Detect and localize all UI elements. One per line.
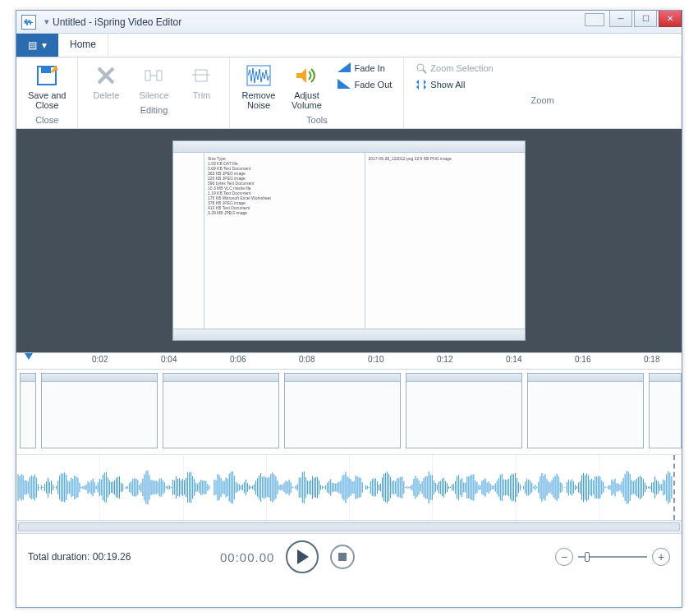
svg-marker-11 — [296, 68, 306, 83]
delete-icon — [93, 62, 119, 89]
chevron-down-icon: ▾ — [42, 39, 47, 51]
window-title: Untitled - iSpring Video Editor — [53, 16, 585, 28]
zoom-slider-knob[interactable] — [585, 552, 590, 562]
svg-marker-16 — [25, 353, 33, 360]
ruler-tick: 0:04 — [161, 355, 177, 364]
svg-marker-411 — [297, 549, 309, 564]
ruler-tick: 0:18 — [644, 355, 659, 364]
stop-button[interactable] — [330, 545, 355, 569]
zoom-slider[interactable] — [578, 556, 647, 558]
svg-rect-1 — [41, 67, 51, 73]
delete-button[interactable]: Delete — [86, 61, 126, 102]
ruler-tick: 0:10 — [368, 355, 383, 364]
group-tools: Remove Noise Adjust Volume Fade In Fade … — [230, 57, 404, 128]
fade-in-icon — [338, 62, 351, 74]
play-icon — [296, 549, 309, 564]
save-and-close-button[interactable]: Save and Close — [25, 61, 69, 112]
show-all-icon — [416, 79, 427, 90]
waveform-icon — [16, 455, 682, 520]
thumbnail — [406, 373, 522, 448]
tab-home[interactable]: Home — [58, 34, 108, 57]
stop-icon — [338, 553, 347, 561]
zoom-in-button[interactable]: + — [652, 548, 670, 566]
svg-marker-13 — [338, 79, 351, 89]
preview-area: Size Type1.03 KB DAT file3.69 KB Text Do… — [16, 129, 682, 352]
svg-rect-6 — [157, 71, 162, 80]
quickaccess-sep-icon: ▾ — [44, 16, 49, 27]
svg-rect-412 — [338, 553, 347, 561]
group-editing: Delete Silence Trim Editing — [78, 57, 230, 128]
ruler-tick: 0:06 — [230, 355, 246, 364]
save-icon — [34, 62, 60, 89]
zoom-selection-icon — [416, 62, 427, 74]
thumbnail — [41, 373, 158, 448]
fade-in-button[interactable]: Fade In — [334, 61, 395, 76]
time-ruler[interactable]: 0:020:040:060:080:100:120:140:160:18 — [16, 353, 682, 370]
group-tools-label: Tools — [306, 112, 328, 126]
ruler-tick: 0:12 — [437, 355, 452, 364]
ruler-tick: 0:16 — [575, 355, 590, 364]
show-all-button[interactable]: Show All — [412, 77, 496, 92]
svg-rect-5 — [145, 71, 150, 80]
clip-end-marker — [673, 455, 675, 520]
minimize-button[interactable]: ─ — [609, 11, 632, 27]
close-button[interactable]: ✕ — [659, 11, 682, 27]
ribbon: Save and Close Close Delete Silence Trim — [16, 57, 682, 129]
thumbnail — [163, 373, 279, 448]
maximize-button[interactable]: ☐ — [634, 11, 657, 27]
scrollbar-thumb[interactable] — [18, 522, 680, 531]
svg-point-14 — [417, 64, 424, 71]
video-preview-frame: Size Type1.03 KB DAT file3.69 KB Text Do… — [172, 140, 526, 341]
total-duration: Total duration: 00:19.26 — [28, 551, 209, 563]
trim-icon — [188, 62, 214, 89]
app-icon — [21, 15, 36, 30]
thumbnail — [649, 373, 682, 448]
fade-out-button[interactable]: Fade Out — [334, 77, 395, 92]
play-button[interactable] — [286, 540, 319, 573]
waveform-track[interactable] — [16, 455, 682, 521]
trim-button[interactable]: Trim — [181, 61, 221, 102]
file-menu-icon: ▤ — [28, 39, 37, 51]
noise-icon — [246, 62, 272, 89]
thumbnail — [284, 373, 401, 448]
silence-icon — [140, 62, 167, 89]
group-close: Save and Close Close — [16, 57, 78, 128]
timeline-scrollbar[interactable] — [16, 521, 682, 534]
group-zoom: Zoom Selection Show All Zoom — [404, 57, 682, 128]
thumbnail — [20, 373, 36, 448]
app-window: ▾ Untitled - iSpring Video Editor ─ ☐ ✕ … — [16, 10, 682, 608]
ruler-tick: 0:02 — [92, 355, 108, 364]
group-close-label: Close — [35, 112, 58, 126]
playback-controls: Total duration: 00:19.26 00:00.00 − + — [16, 534, 682, 580]
svg-line-15 — [423, 70, 426, 73]
zoom-selection-button[interactable]: Zoom Selection — [412, 61, 496, 76]
file-menu-button[interactable]: ▤ ▾ — [16, 34, 58, 57]
svg-rect-8 — [195, 70, 207, 81]
titlebar: ▾ Untitled - iSpring Video Editor ─ ☐ ✕ — [16, 11, 682, 34]
silence-button[interactable]: Silence — [134, 61, 173, 102]
adjust-volume-button[interactable]: Adjust Volume — [287, 61, 326, 112]
zoom-out-button[interactable]: − — [555, 548, 573, 566]
thumbnail — [527, 373, 644, 448]
ruler-tick: 0:08 — [299, 355, 315, 364]
remove-noise-button[interactable]: Remove Noise — [238, 61, 278, 112]
fade-out-icon — [338, 79, 351, 90]
aux-button[interactable] — [585, 13, 604, 26]
playhead-icon[interactable] — [25, 353, 33, 361]
zoom-control: − + — [555, 548, 670, 566]
volume-icon — [293, 62, 319, 89]
group-editing-label: Editing — [140, 102, 168, 117]
group-zoom-label: Zoom — [531, 92, 554, 107]
current-time: 00:00.00 — [220, 550, 274, 564]
svg-marker-12 — [338, 62, 351, 72]
window-controls: ─ ☐ ✕ — [585, 11, 682, 33]
timeline: 0:020:040:060:080:100:120:140:160:18 — [16, 352, 682, 534]
tabstrip: ▤ ▾ Home — [16, 34, 682, 57]
thumbnail-track[interactable] — [16, 370, 682, 455]
ruler-tick: 0:14 — [506, 355, 521, 364]
